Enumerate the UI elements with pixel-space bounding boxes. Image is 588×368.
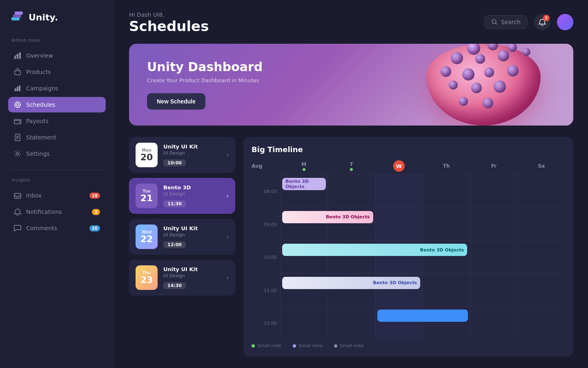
sidebar-item-notifications[interactable]: Notifications 2 [8,204,106,220]
day-header-m: M [280,162,327,171]
sidebar-item-products[interactable]: Products [8,64,106,80]
cell-sa-08 [518,174,565,207]
svg-rect-6 [15,71,20,75]
day-name: Mon [142,148,151,153]
day-name: Thu [142,271,151,275]
sidebar-item-statement[interactable]: Statement [8,130,106,145]
timeline-title: Big Timeline [252,145,303,154]
inbox-icon [14,192,21,199]
schedule-card-thu[interactable]: Thu 23 Unity UI Kit UI Design 14:30 › [129,260,235,296]
legend-item-1: Small note [252,343,281,348]
search-icon [491,19,498,25]
cell-m-11: Bento 3D Objects [280,273,327,306]
cell-t-12 [327,306,375,339]
notification-badge: 2 [543,15,550,21]
schedule-name: Unity UI Kit [163,144,220,150]
timeline-grid: 08:00 Bento 3D Objects 09:00 [252,174,565,339]
schedule-card-wed[interactable]: Wed 22 Unity UI Kit UI Design 12:00 › [129,219,235,255]
sidebar-item-payouts[interactable]: Payouts [8,113,106,129]
dot-m [303,168,305,171]
legend-item-3: Small note [334,343,364,348]
greeting: Hi Dash UI8, [129,11,209,18]
day-letter: Fr [491,163,497,169]
wallet-icon [14,117,21,125]
event-bento-11: Bento 3D Objects [282,277,420,289]
avatar[interactable] [557,14,573,30]
search-placeholder: Search [501,19,521,25]
bag-icon [14,68,21,76]
schedule-card-mon[interactable]: Mon 20 Unity UI Kit UI Design 10:00 › [129,137,235,173]
day-header-sa: Sa [518,163,565,169]
cell-th-08 [423,174,470,207]
header: Hi Dash UI8, Schedules Search 2 [129,11,573,34]
sidebar-item-label: Products [26,69,51,75]
svg-rect-1 [13,14,21,18]
day-letter: M [301,162,306,167]
schedule-type: UI Design [163,191,220,197]
notification-button[interactable]: 2 [534,14,550,30]
cell-m-10: Bento 3D Objects [280,240,327,273]
legend-label-2: Small note [298,343,323,348]
svg-rect-8 [17,87,18,91]
day-num: 20 [140,153,153,162]
chevron-right-icon: › [226,274,229,281]
day-num: 23 [140,275,153,285]
schedules-icon [14,101,21,108]
cell-sa-09 [518,207,565,240]
cell-sa-11 [518,273,565,306]
svg-rect-2 [15,11,23,15]
svg-rect-9 [19,85,20,91]
main-content: Hi Dash UI8, Schedules Search 2 [114,0,588,368]
svg-point-11 [16,103,19,106]
cell-w-08 [375,174,423,207]
bottom-grid: Mon 20 Unity UI Kit UI Design 10:00 › Tu… [129,137,573,357]
schedule-type: UI Design [163,273,220,278]
timeline-header: Big Timeline [252,145,565,154]
event-bento-08-m: Bento 3D Objects [282,178,326,190]
schedule-info-wed: Unity UI Kit UI Design 12:00 [163,225,220,248]
cell-w-09 [375,207,423,240]
cell-m-12 [280,306,327,339]
new-schedule-button[interactable]: New Schedule [147,93,205,110]
sidebar-item-label: Notifications [26,209,62,215]
chart-icon [14,52,21,59]
day-header-th: Th [423,163,470,169]
header-title-area: Hi Dash UI8, Schedules [129,11,209,34]
hero-banner: Unity Dashboard Create Your Product Dash… [129,44,573,126]
timeline-legend: Small note Small note Small note [252,343,565,348]
sidebar-item-label: Payouts [26,118,49,124]
day-num: 21 [140,193,153,203]
hero-text: Unity Dashboard Create Your Product Dash… [147,60,263,110]
svg-line-25 [495,23,497,25]
sidebar-item-settings[interactable]: Settings [8,146,106,162]
admin-section-label: Admin tools [8,38,106,43]
schedule-card-tue[interactable]: Tue 21 Bento 3D UI Design 11:30 › [129,178,235,214]
search-box[interactable]: Search [484,15,528,29]
time-badge: 10:00 [163,159,186,166]
inbox-badge: 18 [89,193,100,199]
page-title: Schedules [129,19,209,34]
day-name: Tue [143,189,151,193]
sidebar-item-overview[interactable]: Overview [8,48,106,63]
svg-rect-0 [11,17,20,20]
header-right: Search 2 [484,14,573,30]
time-badge: 11:30 [163,200,186,207]
time-11: 11:00 [252,273,280,306]
time-09: 09:00 [252,207,280,240]
svg-point-17 [19,122,20,123]
legend-dot-1 [252,344,255,348]
day-header-fr: Fr [470,163,517,169]
legend-item-2: Small note [293,343,323,348]
dot-t [350,168,353,171]
sidebar-item-schedules[interactable]: Schedules [8,97,106,112]
sidebar-item-comments[interactable]: Comments 20 [8,220,106,236]
sidebar-item-inbox[interactable]: Inbox 18 [8,188,106,203]
day-name: Wed [142,230,152,234]
bar-icon [14,85,21,92]
sidebar-item-label: Overview [26,52,53,59]
logo[interactable]: Unity. [8,11,106,23]
cell-fr-12 [470,306,517,339]
chat-icon [14,224,21,232]
sidebar-item-campaigns[interactable]: Campaigns [8,81,106,96]
event-bento-10: Bento 3D Objects [282,244,467,256]
